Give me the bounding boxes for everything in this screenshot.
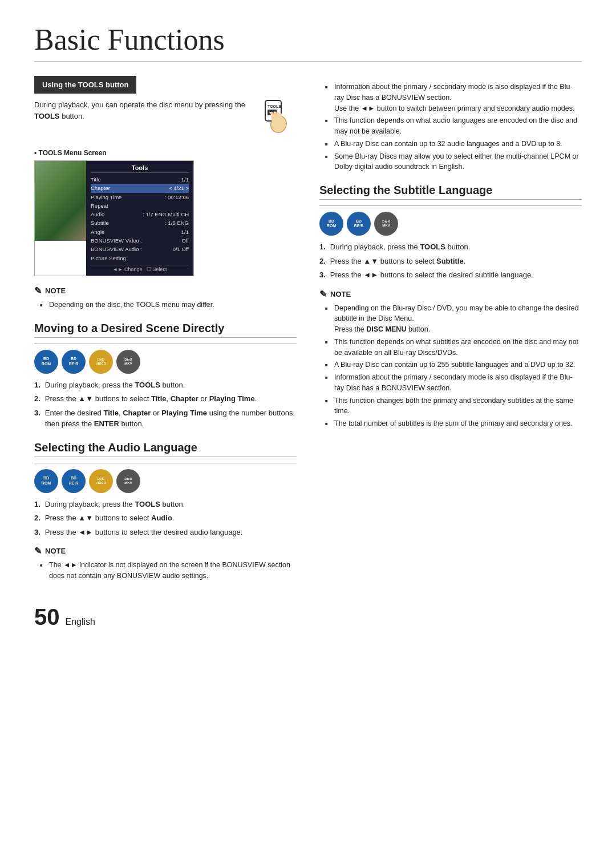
subtitle-note-item-3: A Blu-ray Disc can contain up to 255 sub… [325, 360, 582, 370]
tools-intro-text: During playback, you can operate the dis… [34, 99, 248, 122]
subtitle-note-label: NOTE [330, 290, 351, 298]
badge-bd-re-subtitle: BDRE·R [347, 212, 371, 236]
tools-heading: Using the TOOLS button [34, 76, 136, 94]
menu-row-audio: Audio: 1/7 ENG Multi CH [91, 210, 189, 219]
subtitle-step-2: 2. Press the ▲▼ buttons to select Subtit… [319, 256, 582, 267]
menu-row-title: Title: 1/1 [91, 175, 189, 184]
subtitle-note-list: Depending on the Blu-ray Disc / DVD, you… [319, 303, 582, 429]
moving-section-divider [34, 344, 297, 344]
moving-steps: 1. During playback, press the TOOLS butt… [34, 379, 297, 430]
subtitle-note-item-2: This function depends on what subtitles … [325, 337, 582, 358]
subtitle-steps: 1. During playback, press the TOOLS butt… [319, 241, 582, 281]
badge-bd-rom-subtitle: BDROM [319, 212, 343, 236]
audio-step-3: 3. Press the ◄► buttons to select the de… [34, 527, 297, 538]
badge-dvd-video-audio: DVDVIDEO [89, 469, 113, 493]
moving-step-1: 1. During playback, press the TOOLS butt… [34, 379, 297, 391]
audio-note-section: ✎ NOTE The ◄► indicator is not displayed… [34, 546, 297, 581]
badge-bd-re-audio: BDRE·R [62, 469, 86, 493]
menu-nav-hint: ◄► Change ☐ Select [91, 265, 189, 272]
moving-step-3: 3. Enter the desired Title, Chapter or P… [34, 407, 297, 430]
audio-step-2: 2. Press the ▲▼ buttons to select Audio. [34, 512, 297, 524]
menu-row-angle: Angle1/1 [91, 228, 189, 236]
subtitle-note-header: ✎ NOTE [319, 289, 582, 300]
subtitle-note-item-4: Information about the primary / secondar… [325, 372, 582, 394]
menu-row-repeat: Repeat [91, 201, 189, 210]
tools-intro-para: During playback, you can operate the dis… [34, 99, 248, 122]
audio-note-pencil-icon: ✎ [34, 546, 42, 556]
badge-divxmkv-audio: DivXMKV [116, 469, 140, 493]
audio-section-divider [34, 463, 297, 463]
subtitle-disc-badges: BDROM BDRE·R DivXMKV [319, 212, 582, 236]
page-title: Basic Functions [34, 23, 582, 62]
svg-line-5 [275, 113, 275, 119]
badge-divxmkv-subtitle: DivXMKV [374, 212, 398, 236]
audio-step-1: 1. During playback, press the TOOLS butt… [34, 499, 297, 510]
audio-note-label: NOTE [45, 547, 66, 555]
badge-bd-re-moving: BDRE·R [62, 350, 86, 374]
audio-info-bullet-2: This function depends on what audio lang… [325, 115, 582, 137]
badge-divxmkv-moving: DivXMKV [116, 350, 140, 374]
tools-intro-block: During playback, you can operate the dis… [34, 99, 297, 141]
audio-section-heading: Selecting the Audio Language [34, 441, 297, 457]
audio-info-bullet-1: Information about the primary / secondar… [325, 82, 582, 114]
tools-screen-background-image [35, 161, 86, 241]
tools-remote-icon: TOOLS ◄ ■ [260, 99, 294, 139]
tools-note-item-1: Depending on the disc, the TOOLS menu ma… [40, 300, 297, 310]
audio-info-bullets: Information about the primary / secondar… [319, 82, 582, 172]
subtitle-note-section: ✎ NOTE Depending on the Blu-ray Disc / D… [319, 289, 582, 429]
menu-row-playing-time: Playing Time: 00:12:06 [91, 193, 189, 201]
badge-bd-rom-moving: BDROM [34, 350, 58, 374]
note-pencil-icon: ✎ [34, 285, 42, 296]
audio-note-item-1: The ◄► indicator is not displayed on the… [40, 560, 297, 581]
tools-note-label: NOTE [45, 286, 66, 295]
badge-bd-rom-audio: BDROM [34, 469, 58, 493]
svg-text:TOOLS: TOOLS [268, 104, 281, 108]
menu-row-picture-setting: Picture Setting [91, 254, 189, 263]
audio-info-bullet-3: A Blu-ray Disc can contain up to 32 audi… [325, 139, 582, 150]
svg-line-7 [280, 115, 281, 120]
tools-icon-block: TOOLS ◄ ■ [257, 99, 297, 141]
audio-disc-badges: BDROM BDRE·R DVDVIDEO DivXMKV [34, 469, 297, 493]
menu-row-subtitle: Subtitle: 1/6 ENG [91, 219, 189, 227]
audio-note-header: ✎ NOTE [34, 546, 297, 556]
menu-row-chapter: Chapter< 4/21 > [91, 184, 189, 192]
page-language: English [66, 617, 95, 627]
tools-menu-title: Tools [91, 164, 189, 173]
page-number: 50 [34, 604, 60, 630]
audio-steps: 1. During playback, press the TOOLS butt… [34, 499, 297, 538]
menu-row-bonusview-video: BONUSVIEW Video :Off [91, 236, 189, 245]
tools-screen-menu: Tools Title: 1/1 Chapter< 4/21 > Playing… [86, 161, 193, 276]
tools-note-section: ✎ NOTE Depending on the disc, the TOOLS … [34, 285, 297, 310]
subtitle-note-item-1: Depending on the Blu-ray Disc / DVD, you… [325, 303, 582, 335]
right-column: Information about the primary / secondar… [319, 76, 582, 630]
svg-line-4 [272, 114, 273, 120]
subtitle-section-divider [319, 205, 582, 206]
tools-note-list: Depending on the disc, the TOOLS menu ma… [34, 300, 297, 310]
subtitle-note-item-6: The total number of subtitles is the sum… [325, 418, 582, 429]
subtitle-section-heading: Selecting the Subtitle Language [319, 184, 582, 200]
tools-note-header: ✎ NOTE [34, 285, 297, 296]
left-column: Using the TOOLS button During playback, … [34, 76, 297, 630]
audio-info-bullet-4: Some Blu-ray Discs may allow you to sele… [325, 151, 582, 173]
subtitle-note-item-5: This function changes both the primary a… [325, 395, 582, 417]
tools-screen: Tools Title: 1/1 Chapter< 4/21 > Playing… [34, 160, 194, 276]
subtitle-step-1: 1. During playback, press the TOOLS butt… [319, 241, 582, 253]
page-number-block: 50 English [34, 604, 297, 630]
subtitle-note-pencil-icon: ✎ [319, 289, 327, 300]
subtitle-step-3: 3. Press the ◄► buttons to select the de… [319, 269, 582, 281]
moving-step-2: 2. Press the ▲▼ buttons to select Title,… [34, 393, 297, 405]
audio-note-list: The ◄► indicator is not displayed on the… [34, 560, 297, 581]
moving-disc-badges: BDROM BDRE·R DVDVIDEO DivXMKV [34, 350, 297, 374]
moving-section-heading: Moving to a Desired Scene Directly [34, 322, 297, 338]
tools-menu-screen-label: • TOOLS Menu Screen [34, 149, 297, 157]
menu-row-bonusview-audio: BONUSVIEW Audio :0/1 Off [91, 245, 189, 253]
badge-dvd-video-moving: DVDVIDEO [89, 350, 113, 374]
